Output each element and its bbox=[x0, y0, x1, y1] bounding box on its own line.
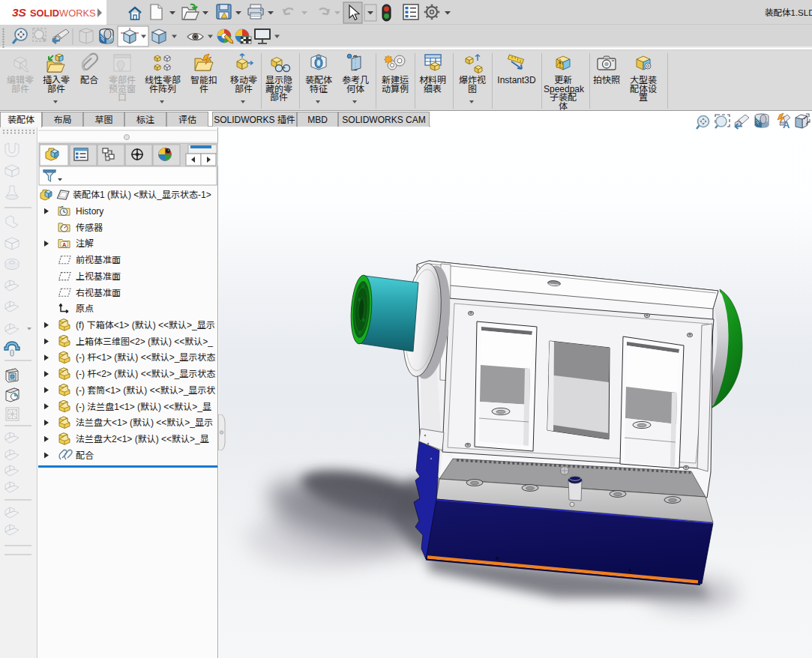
svg-text:(-) 杆<2> (默认) <<默认>_显示状态: (-) 杆<2> (默认) <<默认>_显示状态 bbox=[76, 368, 215, 379]
svg-text:右视基准面: 右视基准面 bbox=[76, 287, 121, 298]
svg-text:注解: 注解 bbox=[76, 238, 94, 249]
svg-text:法兰盘大<1> (默认) <<默认>_显示: 法兰盘大<1> (默认) <<默认>_显示 bbox=[76, 417, 213, 428]
svg-text:A: A bbox=[783, 119, 790, 130]
svg-text:上视基准面: 上视基准面 bbox=[76, 271, 121, 282]
svg-text:(f) 下箱体<1> (默认) <<默认>_显示: (f) 下箱体<1> (默认) <<默认>_显示 bbox=[76, 319, 215, 330]
svg-text:法兰盘大2<1> (默认) <<默认>_显: 法兰盘大2<1> (默认) <<默认>_显 bbox=[76, 433, 209, 444]
svg-text:装配体1 (默认) <默认_显示状态-1>: 装配体1 (默认) <默认_显示状态-1> bbox=[73, 189, 211, 200]
svg-text:前视基准面: 前视基准面 bbox=[76, 254, 121, 265]
svg-text:上箱体三维图<2> (默认) <<默认>_: 上箱体三维图<2> (默认) <<默认>_ bbox=[76, 336, 213, 347]
svg-text:(-) 杆<1> (默认) <<默认>_显示状态: (-) 杆<1> (默认) <<默认>_显示状态 bbox=[76, 351, 215, 363]
svg-text:(-) 法兰盘1<1> (默认) <<默认>_显: (-) 法兰盘1<1> (默认) <<默认>_显 bbox=[76, 401, 211, 412]
svg-text:传感器: 传感器 bbox=[76, 222, 103, 233]
svg-text:原点: 原点 bbox=[76, 303, 94, 314]
svg-text:(-) 套筒<1> (默认) <<默认>_显示状: (-) 套筒<1> (默认) <<默认>_显示状 bbox=[76, 384, 215, 396]
svg-text:A: A bbox=[62, 241, 67, 248]
svg-text:配合: 配合 bbox=[76, 450, 94, 461]
svg-text:History: History bbox=[76, 205, 103, 217]
